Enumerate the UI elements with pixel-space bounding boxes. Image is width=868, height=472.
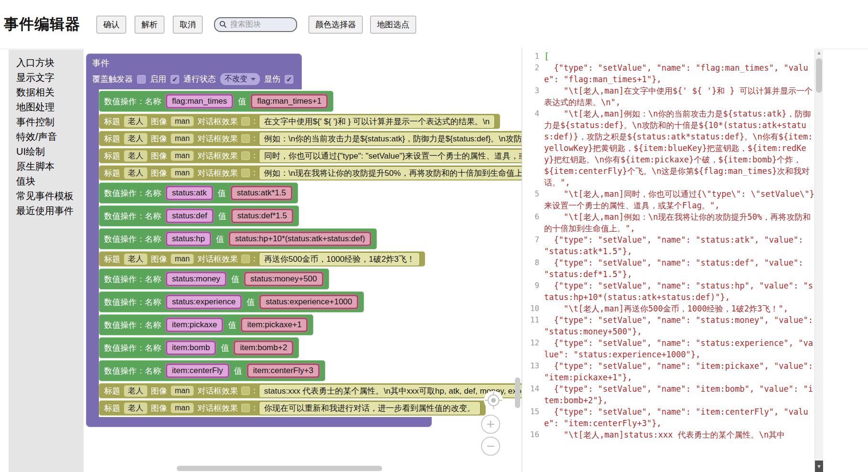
title-chip[interactable]: 老人: [124, 150, 148, 162]
map-pick-button[interactable]: 地图选点: [370, 16, 416, 33]
title-chip[interactable]: 老人: [124, 133, 148, 145]
text-field[interactable]: 再送你500金币，1000经验，1破2炸3飞！: [259, 252, 420, 266]
sidebar-item[interactable]: 地图处理: [16, 100, 84, 115]
name-field[interactable]: status:def: [165, 208, 214, 224]
title-chip[interactable]: 老人: [124, 116, 148, 128]
setvalue-block[interactable]: 数值操作：名称 status:def 值 status:def*1.5: [99, 205, 299, 226]
effect-checkbox[interactable]: [241, 386, 250, 395]
text-block[interactable]: 标题 老人 图像 man 对话框效果 : 你现在可以重新和我进行对话，进一步看到…: [99, 400, 486, 416]
text-field[interactable]: 例如：\n现在我将让你的攻防提升50%，再将攻防和的十倍加到生命值上。: [259, 166, 522, 180]
setvalue-block[interactable]: 数值操作：名称 status:atk 值 status:atk*1.5: [99, 182, 298, 204]
text-block[interactable]: 标题 老人 图像 man 对话框效果 : 例如：\n你的当前攻击力是${stat…: [99, 131, 522, 146]
image-chip[interactable]: man: [171, 254, 194, 264]
name-field[interactable]: item:centerFly: [165, 363, 230, 378]
name-field-text: flag:man_times: [167, 96, 232, 107]
enable-checkbox[interactable]: [171, 75, 179, 84]
recenter-button[interactable]: [484, 391, 503, 410]
value-field[interactable]: status:atk*1.5: [230, 185, 293, 201]
title-chip[interactable]: 老人: [124, 253, 148, 265]
parse-button[interactable]: 解析: [135, 16, 164, 33]
blockly-workspace[interactable]: 事件 覆盖触发器 启用 通行状态 不改变 显伤 数值操作：名称 flag:man…: [84, 49, 522, 472]
setvalue-block[interactable]: 数值操作：名称 item:centerFly 值 item:centerFly+…: [99, 360, 325, 381]
sidebar-item[interactable]: 常见事件模板: [16, 189, 84, 204]
image-chip[interactable]: man: [171, 168, 194, 178]
image-chip[interactable]: man: [171, 150, 194, 161]
name-field[interactable]: status:money: [165, 271, 227, 287]
zoom-out-button[interactable]: −: [481, 437, 500, 456]
title-chip[interactable]: 老人: [124, 385, 148, 397]
effect-checkbox[interactable]: [241, 169, 250, 177]
text-field[interactable]: 例如：\n你的当前攻击力是${status:atk}，防御力是${status:…: [259, 132, 522, 146]
name-field[interactable]: item:pickaxe: [165, 317, 224, 333]
code-scrollbar[interactable]: ▲ ▼: [814, 49, 823, 472]
trigger-checkbox[interactable]: [137, 75, 146, 84]
effect-checkbox[interactable]: [241, 404, 250, 412]
text-field[interactable]: 同时，你也可以通过{"type": "setValue"}来设置一个勇士的属性、…: [259, 149, 522, 163]
effect-checkbox[interactable]: [241, 151, 250, 160]
workspace-horizontal-scrollbar[interactable]: [177, 466, 382, 471]
effect-checkbox[interactable]: [241, 117, 250, 126]
value-field[interactable]: status:def*1.5: [231, 208, 294, 224]
text-field[interactable]: 在文字中使用${' ${ '}和 } 可以计算并显示一个表达式的结果。\n: [259, 115, 495, 129]
cancel-button[interactable]: 取消: [173, 16, 203, 33]
value-field[interactable]: item:pickaxe+1: [240, 317, 308, 333]
zoom-in-button[interactable]: +: [481, 415, 500, 434]
event-block-header[interactable]: 事件 覆盖触发器 启用 通行状态 不改变 显伤: [86, 54, 302, 89]
value-field[interactable]: status:money+500: [244, 271, 323, 287]
code-editor[interactable]: 1 [ 2 {"type": "setValue", "name": "flag…: [522, 49, 814, 472]
search-input[interactable]: [229, 20, 284, 29]
value-field[interactable]: flag:man_times+1: [250, 94, 328, 109]
damage-checkbox[interactable]: [285, 75, 293, 84]
image-chip[interactable]: man: [171, 116, 194, 127]
setvalue-block[interactable]: 数值操作：名称 status:experience 值 status:exper…: [99, 291, 364, 312]
name-field[interactable]: status:hp: [165, 231, 212, 247]
name-field[interactable]: status:atk: [165, 185, 214, 201]
text-block[interactable]: 标题 老人 图像 man 对话框效果 : 在文字中使用${' ${ '}和 } …: [99, 114, 500, 129]
title-chip[interactable]: 老人: [124, 402, 148, 414]
text-block[interactable]: 标题 老人 图像 man 对话框效果 : 再送你500金币，1000经验，1破2…: [99, 251, 425, 267]
code-scrollbar-thumb[interactable]: [816, 58, 822, 93]
text-block[interactable]: 标题 老人 图像 man 对话框效果 : 同时，你也可以通过{"type": "…: [99, 148, 522, 163]
sidebar-item[interactable]: 值块: [16, 174, 84, 189]
scroll-up-icon[interactable]: ▲: [815, 50, 823, 55]
name-field[interactable]: flag:man_times: [165, 94, 234, 109]
value-field[interactable]: status:experience+1000: [259, 294, 359, 310]
search-box[interactable]: [214, 17, 297, 32]
scroll-down-icon[interactable]: ▼: [815, 461, 823, 472]
sidebar-item[interactable]: 事件控制: [16, 115, 84, 129]
event-block[interactable]: 事件 覆盖触发器 启用 通行状态 不改变 显伤 数值操作：名称 flag:man…: [86, 54, 522, 427]
image-chip[interactable]: man: [171, 133, 194, 144]
value-field[interactable]: status:hp+10*(status:atk+status:def): [228, 231, 372, 247]
setvalue-block[interactable]: 数值操作：名称 status:money 值 status:money+500: [99, 268, 329, 290]
confirm-button[interactable]: 确认: [96, 16, 126, 33]
sidebar-item[interactable]: 特效/声音: [16, 129, 84, 144]
image-chip[interactable]: man: [171, 403, 194, 413]
effect-checkbox[interactable]: [241, 134, 250, 143]
effect-checkbox[interactable]: [241, 255, 250, 263]
text-field[interactable]: status:xxx 代表勇士的某个属性。\n其中xxx可取hp, atk, d…: [259, 384, 522, 398]
sidebar-item[interactable]: 原生脚本: [16, 159, 84, 174]
sidebar-item[interactable]: UI绘制: [16, 144, 84, 159]
color-picker-button[interactable]: 颜色选择器: [309, 16, 363, 33]
workspace-vertical-scrollbar[interactable]: [515, 377, 520, 408]
value-field[interactable]: item:centerFly+3: [246, 363, 320, 378]
name-field[interactable]: status:experience: [165, 294, 242, 310]
sidebar-item[interactable]: 显示文字: [16, 70, 84, 85]
pass-state-dropdown[interactable]: 不改变: [220, 73, 260, 85]
value-field[interactable]: item:bomb+2: [233, 340, 294, 355]
sidebar-item[interactable]: 数据相关: [16, 85, 84, 100]
sidebar-item[interactable]: 最近使用事件: [16, 204, 84, 218]
name-field[interactable]: item:bomb: [165, 340, 216, 355]
setvalue-block[interactable]: 数值操作：名称 status:hp 值 status:hp+10*(status…: [99, 228, 377, 249]
setvalue-block[interactable]: 数值操作：名称 flag:man_times 值 flag:man_times+…: [99, 91, 333, 112]
image-chip[interactable]: man: [171, 386, 194, 396]
line-text: {"type": "setValue", "name": "item:cente…: [543, 406, 814, 429]
title-chip[interactable]: 老人: [124, 167, 148, 179]
setvalue-block[interactable]: 数值操作：名称 item:pickaxe 值 item:pickaxe+1: [99, 314, 313, 335]
setvalue-block[interactable]: 数值操作：名称 item:bomb 值 item:bomb+2: [99, 337, 299, 358]
text-field[interactable]: 你现在可以重新和我进行对话，进一步看到属性值的改变。: [259, 401, 481, 415]
name-field-text: status:experience: [167, 296, 240, 308]
text-block[interactable]: 标题 老人 图像 man 对话框效果 : status:xxx 代表勇士的某个属…: [99, 383, 522, 398]
sidebar-item[interactable]: 入口方块: [16, 55, 84, 70]
text-block[interactable]: 标题 老人 图像 man 对话框效果 : 例如：\n现在我将让你的攻防提升50%…: [99, 165, 522, 181]
